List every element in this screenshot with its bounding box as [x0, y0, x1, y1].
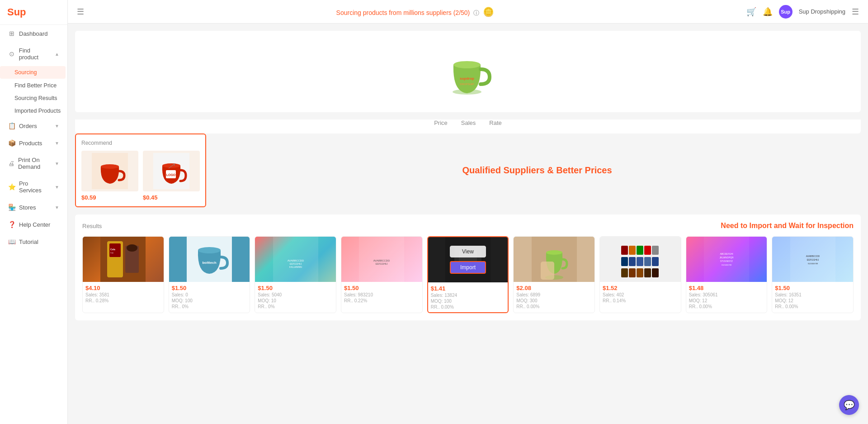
product-price-4: $1.41	[431, 285, 505, 292]
overlay-import-btn[interactable]: Import	[450, 261, 486, 274]
product-moq-8: MOQ: 12	[775, 298, 850, 303]
sidebar-item-sourcing-results[interactable]: Sourcing Results	[0, 92, 67, 105]
product-card-5[interactable]: $2.08 Sales: 6899 MOQ: 300 RR.. 0.00%	[513, 236, 595, 313]
svg-text:AVABBCCDD: AVABBCCDD	[373, 259, 390, 262]
product-card-6[interactable]: $1.52 Sales: 402 RR.. 0.14%	[599, 236, 681, 313]
filter-tab-rate[interactable]: Rate	[489, 119, 501, 128]
product-meta-6: Sales: 402	[603, 292, 678, 297]
chevron-right-icon3: ▼	[55, 161, 59, 166]
svg-point-1	[453, 61, 481, 68]
product-rr-7: RR.. 0.00%	[689, 304, 764, 309]
product-info-3: $1.50 Sales: 983210 RR.. 0.22%	[341, 282, 422, 306]
menu-icon[interactable]: ☰	[852, 7, 859, 17]
sidebar-label-tutorial: Tutorial	[19, 238, 38, 245]
chevron-right-icon4: ▼	[55, 185, 59, 190]
user-label[interactable]: Sup Dropshipping	[799, 8, 845, 15]
print-icon: 🖨	[8, 160, 14, 167]
svg-rect-51	[644, 268, 651, 277]
recommend-box: Recommend $0.59	[75, 133, 206, 207]
svg-rect-53	[704, 237, 749, 282]
sidebar-item-dashboard[interactable]: ⊞ Dashboard	[2, 25, 66, 42]
bell-icon[interactable]: 🔔	[763, 7, 773, 17]
sidebar-item-products[interactable]: 📦 Products ▼	[2, 135, 66, 151]
chevron-right-icon2: ▼	[55, 141, 59, 146]
svg-point-5	[101, 164, 119, 169]
svg-point-20	[198, 247, 221, 253]
product-card-2[interactable]: AVABBCCDD EEFGGHIIJ KKLLMMNN $1.50 Sales…	[255, 236, 336, 313]
logo: Sup	[0, 0, 67, 25]
product-card-7[interactable]: ABCDEFGHI JKLMNOPQR STUVWXYZ 0123456789 …	[686, 236, 768, 313]
product-info-5: $2.08 Sales: 6899 MOQ: 300 RR.. 0.00%	[514, 282, 594, 312]
product-meta-0: Sales: 3581	[85, 292, 161, 297]
svg-text:0123456789: 0123456789	[808, 262, 818, 265]
product-meta-5: Sales: 6899	[516, 292, 592, 297]
product-card-1[interactable]: bolttech $1.50 Sales: 0 MOQ: 100 RR.. 0%	[169, 236, 250, 313]
svg-rect-44	[629, 257, 636, 266]
svg-rect-49	[629, 268, 636, 277]
sidebar-item-orders[interactable]: 📋 Orders ▼	[2, 118, 66, 134]
product-price-7: $1.48	[689, 285, 764, 291]
svg-text:Cola: Cola	[110, 248, 115, 251]
tutorial-icon: 📖	[8, 238, 15, 245]
product-card-4[interactable]: 中文字体样本 View Import $1.41 Sales: 13824 MO…	[427, 236, 509, 313]
need-import-text: Need to Import and Wait for Inspection	[721, 222, 854, 230]
sidebar-item-print-on-demand[interactable]: 🖨 Print On Demand ▼	[2, 152, 66, 175]
svg-point-35	[546, 250, 562, 255]
svg-rect-42	[652, 246, 659, 255]
help-circle-icon[interactable]: ⓘ	[473, 10, 479, 16]
product-overlay-4: View Import	[428, 237, 508, 282]
product-card-8[interactable]: AVABBCCDD EEFGGHIIJ 0123456789 $1.50 Sal…	[772, 236, 854, 313]
topbar-left: ☰	[77, 7, 84, 17]
sidebar-item-sourcing[interactable]: Sourcing	[0, 66, 66, 79]
product-meta-1: Sales: 0	[172, 292, 247, 297]
cart-icon[interactable]: 🛒	[746, 7, 756, 17]
overlay-view-btn[interactable]: View	[450, 246, 486, 257]
product-info-2: $1.50 Sales: 5040 MOQ: 10 RR.. 0%	[255, 282, 336, 312]
product-rr-5: RR.. 0.00%	[516, 304, 592, 309]
product-img-6	[600, 237, 681, 282]
recommend-price-0: $0.59	[81, 194, 138, 201]
chevron-down-icon: ▲	[55, 52, 59, 57]
sidebar-item-tutorial[interactable]: 📖 Tutorial	[2, 233, 66, 250]
sidebar-item-help-center[interactable]: ❓ Help Center	[2, 216, 66, 233]
avatar[interactable]: Sup	[779, 5, 793, 19]
find-product-icon: ⊙	[8, 50, 15, 57]
pro-services-icon: ⭐	[8, 183, 15, 191]
svg-rect-38	[621, 246, 628, 255]
svg-rect-48	[621, 268, 628, 277]
svg-text:AVABBCCDD: AVABBCCDD	[287, 259, 304, 262]
svg-text:Cao: Cao	[110, 252, 114, 254]
product-img-4: 中文字体样本 View Import	[428, 237, 508, 282]
sidebar-item-pro-services[interactable]: ⭐ Pro Services ▼	[2, 176, 66, 198]
product-rr-3: RR.. 0.22%	[344, 298, 420, 303]
products-grid: Cola Cao $4.10 Sales: 3581 RR.. 0.28%	[82, 236, 854, 313]
product-card-0[interactable]: Cola Cao $4.10 Sales: 3581 RR.. 0.28%	[82, 236, 164, 313]
recommend-product-0[interactable]: $0.59	[81, 151, 138, 201]
product-meta-3: Sales: 983210	[344, 292, 420, 297]
product-img-5	[514, 237, 594, 282]
product-img-1: bolttech	[169, 237, 250, 282]
product-info-4: $1.41 Sales: 13824 MOQ: 100 RR.. 0.00%	[428, 282, 508, 312]
product-moq-4: MOQ: 100	[431, 299, 505, 304]
sidebar-item-find-product[interactable]: ⊙ Find product ▲	[2, 43, 66, 65]
recommend-product-1[interactable]: LOGO $0.45	[143, 151, 200, 201]
hamburger-icon[interactable]: ☰	[77, 7, 84, 17]
svg-rect-43	[621, 257, 628, 266]
chat-widget[interactable]: 💬	[839, 395, 859, 415]
svg-rect-45	[637, 257, 643, 266]
topbar: ☰ Sourcing products from millions suppli…	[68, 0, 868, 24]
product-info-8: $1.50 Sales: 16351 MOQ: 12 RR.. 0.00%	[772, 282, 853, 312]
sidebar-item-stores[interactable]: 🏪 Stores ▼	[2, 199, 66, 215]
filter-tab-sales[interactable]: Sales	[461, 119, 476, 128]
product-card-3[interactable]: AVABBCCDD EEFGGHIIJ $1.50 Sales: 983210 …	[341, 236, 423, 313]
product-img-2: AVABBCCDD EEFGGHIIJ KKLLMMNN	[255, 237, 336, 282]
sidebar-item-find-better-price[interactable]: Find Better Price	[0, 79, 67, 92]
filter-tab-price[interactable]: Price	[434, 119, 448, 128]
product-info-0: $4.10 Sales: 3581 RR.. 0.28%	[83, 282, 164, 306]
sidebar-label-help: Help Center	[19, 221, 50, 228]
sidebar: Sup ⊞ Dashboard ⊙ Find product ▲ Sourcin…	[0, 0, 68, 424]
chevron-right-icon5: ▼	[55, 205, 59, 210]
sidebar-item-imported-products[interactable]: Imported Products	[0, 105, 67, 117]
mug-svg: supdrop DROPSHIP	[441, 44, 495, 99]
svg-text:ABCDEFGHI: ABCDEFGHI	[720, 252, 733, 255]
